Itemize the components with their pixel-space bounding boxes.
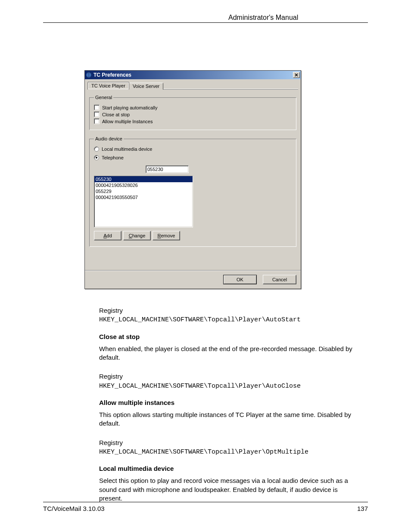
header-title: Administrator's Manual bbox=[228, 14, 298, 22]
registry-label: Registry bbox=[99, 306, 359, 315]
page-footer: TC/VoiceMail 3.10.03 137 bbox=[43, 502, 368, 512]
legend-general: General bbox=[94, 95, 113, 100]
radio-telephone[interactable] bbox=[94, 155, 99, 160]
section-body: When enabled, the player is closed at th… bbox=[99, 345, 359, 362]
telephone-listbox[interactable]: 055230 0000421905328026 055229 000042190… bbox=[94, 176, 193, 227]
section-heading: Close at stop bbox=[99, 333, 359, 341]
section-heading: Local multimedia device bbox=[99, 464, 359, 473]
checkbox-autostart[interactable] bbox=[94, 105, 100, 110]
close-icon[interactable] bbox=[293, 72, 300, 78]
cancel-button[interactable]: Cancel bbox=[263, 275, 296, 284]
dialog-title: TC Preferences bbox=[93, 72, 293, 78]
legend-audio: Audio device bbox=[94, 136, 124, 141]
registry-path: HKEY_LOCAL_MACHINE\SOFTWARE\Topcall\Play… bbox=[99, 448, 359, 457]
page-header: Administrator's Manual bbox=[43, 14, 368, 23]
registry-path: HKEY_LOCAL_MACHINE\SOFTWARE\Topcall\Play… bbox=[99, 316, 359, 324]
tab-voice-server[interactable]: Voice Server bbox=[129, 83, 163, 90]
checkbox-multiple-instances[interactable] bbox=[94, 118, 100, 124]
label-telephone: Telephone bbox=[102, 155, 124, 160]
radio-local-multimedia[interactable] bbox=[94, 146, 99, 152]
add-button[interactable]: Add bbox=[94, 231, 121, 240]
checkbox-close-at-stop[interactable] bbox=[94, 112, 100, 117]
group-general: General Start playing automatically Clos… bbox=[89, 95, 296, 130]
label-local-multimedia: Local multimedia device bbox=[102, 146, 152, 152]
footer-left: TC/VoiceMail 3.10.03 bbox=[43, 505, 105, 512]
list-item[interactable]: 055229 bbox=[94, 188, 193, 194]
app-icon bbox=[86, 72, 92, 78]
registry-path: HKEY_LOCAL_MACHINE\SOFTWARE\Topcall\Play… bbox=[99, 382, 359, 391]
body-text: Registry HKEY_LOCAL_MACHINE\SOFTWARE\Top… bbox=[99, 306, 359, 503]
list-item[interactable]: 0000421905328026 bbox=[94, 182, 193, 188]
tab-strip: TC Voice Player Voice Server bbox=[85, 79, 301, 90]
remove-button[interactable]: Remove bbox=[153, 231, 180, 240]
dialog-screenshot: TC Preferences TC Voice Player Voice Ser… bbox=[84, 70, 301, 289]
list-item[interactable]: 0000421903550507 bbox=[94, 194, 193, 200]
titlebar: TC Preferences bbox=[85, 71, 301, 79]
registry-label: Registry bbox=[99, 439, 359, 447]
registry-label: Registry bbox=[99, 372, 359, 381]
footer-right: 137 bbox=[357, 505, 368, 512]
section-heading: Allow multiple instances bbox=[99, 398, 359, 407]
section-body: Select this option to play and record vo… bbox=[99, 476, 359, 503]
section-body: This option allows starting multiple ins… bbox=[99, 411, 359, 428]
preferences-dialog: TC Preferences TC Voice Player Voice Ser… bbox=[84, 70, 301, 289]
label-close-at-stop: Close at stop bbox=[102, 112, 130, 117]
group-audio-device: Audio device Local multimedia device Tel… bbox=[89, 136, 296, 247]
ok-button[interactable]: OK bbox=[223, 275, 257, 284]
tab-voice-player[interactable]: TC Voice Player bbox=[87, 82, 129, 90]
label-multiple-instances: Allow multiple Instances bbox=[102, 119, 153, 124]
label-autostart: Start playing automatically bbox=[102, 105, 157, 110]
telephone-input[interactable] bbox=[146, 165, 189, 173]
dialog-footer: OK Cancel bbox=[85, 270, 301, 289]
list-item[interactable]: 055230 bbox=[94, 176, 193, 182]
change-button[interactable]: Change bbox=[123, 231, 151, 240]
